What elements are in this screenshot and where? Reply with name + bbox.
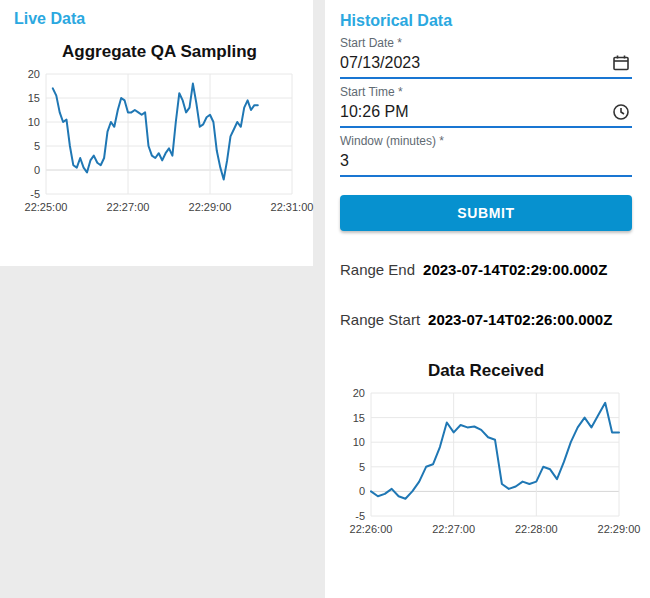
calendar-icon[interactable] bbox=[612, 54, 630, 72]
svg-text:22:29:00: 22:29:00 bbox=[598, 523, 641, 535]
start-time-input[interactable] bbox=[340, 103, 612, 121]
historical-data-heading: Historical Data bbox=[340, 12, 632, 30]
svg-text:15: 15 bbox=[27, 92, 39, 104]
start-date-field: Start Date * bbox=[340, 36, 632, 79]
historical-chart-canvas: -50510152022:26:0022:27:0022:28:0022:29:… bbox=[341, 387, 631, 542]
start-date-input[interactable] bbox=[340, 54, 612, 72]
range-end-label: Range End bbox=[340, 261, 415, 278]
range-end-row: Range End 2023-07-14T02:29:00.000Z bbox=[340, 261, 632, 278]
svg-text:22:27:00: 22:27:00 bbox=[432, 523, 475, 535]
svg-text:10: 10 bbox=[27, 116, 39, 128]
svg-text:22:27:00: 22:27:00 bbox=[106, 201, 149, 213]
historical-data-panel: Historical Data Start Date * Start Time … bbox=[325, 0, 650, 598]
svg-text:22:26:00: 22:26:00 bbox=[350, 523, 393, 535]
svg-text:5: 5 bbox=[359, 461, 365, 473]
svg-text:22:29:00: 22:29:00 bbox=[188, 201, 231, 213]
historical-chart-title: Data Received bbox=[340, 361, 632, 381]
range-start-value: 2023-07-14T02:26:00.000Z bbox=[428, 311, 612, 328]
svg-text:20: 20 bbox=[353, 387, 365, 399]
live-chart-title: Aggregate QA Sampling bbox=[14, 42, 305, 62]
start-time-label: Start Time * bbox=[340, 85, 632, 101]
svg-text:-5: -5 bbox=[355, 510, 365, 522]
svg-text:10: 10 bbox=[353, 436, 365, 448]
svg-text:15: 15 bbox=[353, 412, 365, 424]
svg-text:20: 20 bbox=[27, 68, 39, 80]
svg-text:-5: -5 bbox=[30, 188, 40, 200]
svg-text:22:31:00: 22:31:00 bbox=[270, 201, 313, 213]
svg-text:0: 0 bbox=[359, 485, 365, 497]
range-end-value: 2023-07-14T02:29:00.000Z bbox=[423, 261, 607, 278]
range-start-row: Range Start 2023-07-14T02:26:00.000Z bbox=[340, 311, 632, 328]
clock-icon[interactable] bbox=[612, 103, 630, 121]
live-data-heading: Live Data bbox=[14, 10, 305, 28]
start-time-field: Start Time * bbox=[340, 85, 632, 128]
svg-text:5: 5 bbox=[33, 140, 39, 152]
start-time-input-row bbox=[340, 101, 632, 128]
svg-text:22:25:00: 22:25:00 bbox=[24, 201, 67, 213]
svg-text:0: 0 bbox=[33, 164, 39, 176]
submit-button[interactable]: SUBMIT bbox=[340, 195, 632, 231]
live-chart-canvas: -50510152022:25:0022:27:0022:29:0022:31:… bbox=[16, 68, 304, 220]
svg-text:22:28:00: 22:28:00 bbox=[515, 523, 558, 535]
window-minutes-field: Window (minutes) * bbox=[340, 134, 632, 177]
window-minutes-input[interactable] bbox=[340, 152, 630, 170]
start-date-label: Start Date * bbox=[340, 36, 632, 52]
start-date-input-row bbox=[340, 52, 632, 79]
window-minutes-label: Window (minutes) * bbox=[340, 134, 632, 150]
window-minutes-input-row bbox=[340, 150, 632, 177]
live-data-panel: Live Data Aggregate QA Sampling -5051015… bbox=[0, 0, 313, 266]
range-start-label: Range Start bbox=[340, 311, 420, 328]
